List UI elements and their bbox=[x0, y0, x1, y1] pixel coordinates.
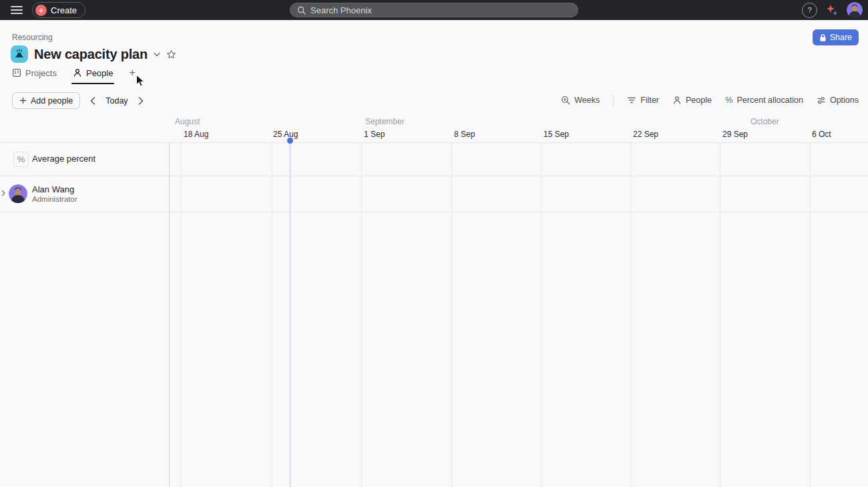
today-marker-dot bbox=[287, 138, 293, 144]
person-role: Administrator bbox=[32, 195, 77, 203]
options-button[interactable]: Options bbox=[817, 96, 859, 105]
week-label: 6 Oct bbox=[812, 130, 831, 139]
share-button-label: Share bbox=[830, 33, 852, 42]
person-icon bbox=[73, 68, 82, 77]
gridline bbox=[272, 142, 272, 487]
filter-icon bbox=[627, 96, 636, 105]
week-label: 15 Sep bbox=[544, 130, 569, 139]
options-label: Options bbox=[830, 96, 859, 105]
tab-people[interactable]: People bbox=[73, 68, 113, 84]
average-percent-label: Average percent bbox=[32, 154, 95, 164]
today-line bbox=[289, 140, 291, 487]
toolbar-right: Weeks Filter People % Percent allocation… bbox=[561, 92, 859, 108]
tab-projects-label: Projects bbox=[25, 68, 57, 78]
week-label: 1 Sep bbox=[364, 130, 385, 139]
breadcrumb[interactable]: Resourcing bbox=[12, 33, 53, 42]
projects-icon bbox=[12, 68, 21, 77]
month-label: August bbox=[175, 117, 200, 126]
lock-icon bbox=[819, 33, 827, 42]
gridline bbox=[541, 142, 541, 487]
month-label: October bbox=[750, 117, 779, 126]
gridline bbox=[630, 142, 631, 487]
zoom-level-button[interactable]: Weeks bbox=[561, 96, 600, 105]
average-percent-icon: % bbox=[13, 152, 29, 167]
timeline-grid bbox=[0, 142, 868, 487]
page-title[interactable]: New capacity plan bbox=[34, 47, 148, 62]
list-panel-border bbox=[169, 142, 170, 487]
capacity-plan-page: + Create Search Phoenix ? bbox=[0, 0, 868, 487]
tab-bar: Projects People + bbox=[12, 67, 136, 84]
gridline bbox=[720, 142, 720, 487]
create-button-label: Create bbox=[51, 5, 77, 15]
add-tab-button[interactable]: + bbox=[129, 67, 135, 84]
ai-sparkle-icon[interactable] bbox=[825, 3, 839, 17]
percent-glyph: % bbox=[17, 154, 25, 164]
toolbar-divider bbox=[613, 95, 614, 106]
filter-button[interactable]: Filter bbox=[627, 96, 659, 105]
user-avatar[interactable] bbox=[847, 2, 863, 18]
grid-hline bbox=[0, 212, 868, 212]
tab-projects[interactable]: Projects bbox=[12, 68, 57, 84]
today-button[interactable]: Today bbox=[105, 96, 128, 106]
create-button[interactable]: + Create bbox=[32, 2, 85, 18]
people-view-button[interactable]: People bbox=[672, 96, 712, 105]
week-label: 29 Sep bbox=[722, 130, 748, 139]
zoom-level-label: Weeks bbox=[574, 96, 600, 105]
add-people-label: Add people bbox=[31, 96, 73, 106]
star-icon[interactable] bbox=[166, 49, 176, 59]
topbar: + Create Search Phoenix ? bbox=[0, 0, 868, 20]
person-icon bbox=[672, 96, 682, 105]
toolbar-left: Add people Today bbox=[12, 92, 144, 109]
week-label: 18 Aug bbox=[184, 130, 208, 139]
title-chevron-down-icon[interactable] bbox=[154, 52, 160, 57]
add-people-button[interactable]: Add people bbox=[12, 92, 80, 109]
gridline bbox=[181, 142, 182, 487]
search-icon bbox=[297, 6, 306, 15]
capacity-plan-icon bbox=[11, 45, 28, 63]
gridline bbox=[451, 142, 452, 487]
share-button[interactable]: Share bbox=[813, 29, 859, 45]
topbar-actions: ? bbox=[802, 0, 863, 20]
week-label: 8 Sep bbox=[454, 130, 475, 139]
week-label: 22 Sep bbox=[633, 130, 658, 139]
sliders-icon bbox=[817, 96, 826, 105]
week-label: 25 Aug bbox=[273, 130, 298, 139]
mouse-cursor bbox=[136, 74, 146, 91]
percent-allocation-button[interactable]: % Percent allocation bbox=[725, 95, 803, 105]
grid-hline bbox=[0, 142, 868, 143]
gridline bbox=[361, 142, 362, 487]
hamburger-menu-icon[interactable] bbox=[11, 6, 23, 14]
gridline bbox=[810, 142, 811, 487]
question-mark-icon: ? bbox=[807, 6, 811, 14]
chevron-left-icon[interactable] bbox=[90, 97, 95, 105]
month-label: September bbox=[365, 117, 405, 126]
title-row: New capacity plan bbox=[11, 45, 176, 63]
help-button[interactable]: ? bbox=[802, 3, 817, 18]
plus-icon bbox=[19, 97, 27, 104]
tab-people-label: People bbox=[86, 68, 113, 78]
filter-label: Filter bbox=[640, 96, 659, 105]
search-placeholder: Search Phoenix bbox=[310, 5, 372, 15]
percent-allocation-label: Percent allocation bbox=[737, 96, 803, 105]
person-name: Alan Wang bbox=[32, 184, 74, 194]
zoom-in-icon bbox=[561, 96, 570, 105]
row-expand-chevron-icon[interactable] bbox=[1, 190, 6, 196]
person-avatar bbox=[9, 184, 27, 203]
percent-icon: % bbox=[725, 95, 733, 105]
chevron-right-icon[interactable] bbox=[138, 97, 144, 105]
plus-circle-icon: + bbox=[35, 5, 47, 16]
search-input[interactable]: Search Phoenix bbox=[290, 3, 578, 17]
grid-hline bbox=[0, 176, 868, 176]
people-view-label: People bbox=[686, 96, 712, 105]
